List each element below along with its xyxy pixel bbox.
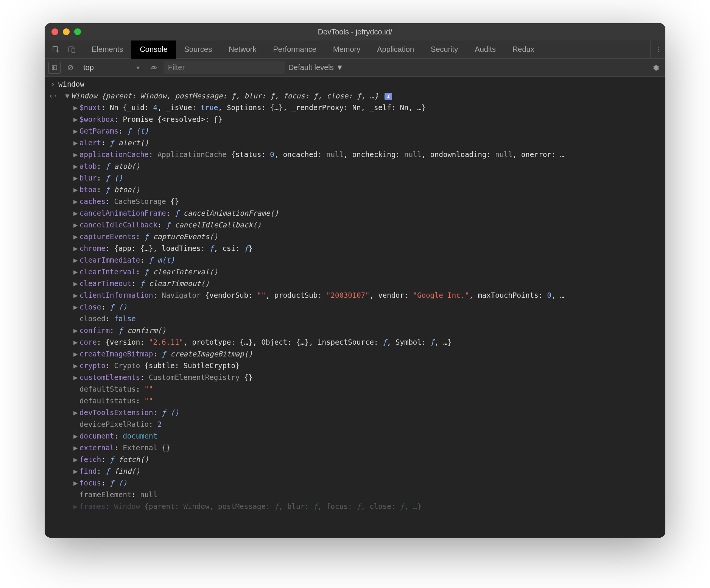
expand-toggle-icon[interactable]: ▶ [73, 348, 79, 360]
object-property-row[interactable]: ▶customElements: CustomElementRegistry {… [58, 372, 662, 383]
live-expression-button[interactable] [148, 62, 160, 74]
console-prompt-icon: › [48, 78, 58, 90]
object-property-row[interactable]: ▶createImageBitmap: ƒ createImageBitmap(… [58, 348, 662, 360]
expand-toggle-icon[interactable]: ▶ [73, 454, 79, 465]
inspect-element-icon[interactable] [49, 43, 63, 56]
object-property-row[interactable]: ▶frames: Window {parent: Window, postMes… [58, 501, 662, 512]
tab-sources[interactable]: Sources [176, 40, 220, 59]
log-levels-select[interactable]: Default levels ▼ [288, 63, 344, 72]
tab-application[interactable]: Application [369, 40, 422, 59]
object-property-row[interactable]: ▶external: External {} [58, 442, 662, 454]
maximize-window-button[interactable] [74, 28, 81, 35]
expand-toggle-icon[interactable]: ▶ [73, 207, 79, 219]
tab-security[interactable]: Security [422, 40, 466, 59]
window-titlebar: DevTools - jefrydco.id/ [45, 23, 665, 40]
chevron-down-icon: ▼ [336, 63, 344, 72]
close-window-button[interactable] [51, 28, 58, 35]
expand-toggle-icon[interactable]: ▶ [73, 301, 79, 313]
tab-memory[interactable]: Memory [325, 40, 369, 59]
console-result-root[interactable]: ▼Window {parent: Window, postMessage: ƒ,… [58, 90, 662, 102]
object-property-row[interactable]: ▶focus: ƒ () [58, 477, 662, 489]
object-property-row[interactable]: ▶alert: ƒ alert() [58, 137, 662, 149]
object-property-row[interactable]: ▶applicationCache: ApplicationCache {sta… [58, 149, 662, 160]
expand-toggle-icon[interactable]: ▶ [73, 102, 79, 114]
execution-context-select[interactable]: top ▼ [80, 63, 144, 72]
expand-toggle-icon[interactable]: ▶ [73, 149, 79, 160]
object-property-row[interactable]: ▶cancelIdleCallback: ƒ cancelIdleCallbac… [58, 219, 662, 231]
object-property-row[interactable]: ▶confirm: ƒ confirm() [58, 325, 662, 336]
filter-input[interactable] [163, 61, 285, 74]
console-settings-button[interactable] [649, 62, 662, 74]
expand-toggle-icon[interactable]: ▶ [73, 278, 79, 289]
chevron-down-icon: ▼ [135, 65, 141, 71]
tab-performance[interactable]: Performance [265, 40, 325, 59]
expand-toggle-icon[interactable]: ▶ [73, 372, 79, 383]
object-property-row[interactable]: defaultstatus: "" [58, 395, 662, 407]
object-property-row[interactable]: ▶blur: ƒ () [58, 172, 662, 184]
object-property-row[interactable]: defaultStatus: "" [58, 383, 662, 395]
expand-toggle-icon[interactable]: ▶ [73, 442, 79, 454]
object-property-row[interactable]: ▶core: {version: "2.6.11", prototype: {…… [58, 336, 662, 348]
expand-toggle-icon[interactable]: ▶ [73, 219, 79, 231]
object-property-row[interactable]: ▶crypto: Crypto {subtle: SubtleCrypto} [58, 360, 662, 372]
expand-toggle-icon[interactable]: ▶ [73, 160, 79, 172]
tab-audits[interactable]: Audits [466, 40, 504, 59]
svg-point-5 [153, 67, 154, 68]
object-property-row[interactable]: ▶close: ƒ () [58, 301, 662, 313]
expand-toggle-icon[interactable]: ▶ [73, 407, 79, 418]
object-property-row[interactable]: ▶caches: CacheStorage {} [58, 196, 662, 207]
tab-console[interactable]: Console [131, 40, 176, 59]
expand-toggle-icon[interactable]: ▶ [73, 430, 79, 442]
expand-toggle-icon[interactable]: ▶ [73, 360, 79, 372]
object-property-row[interactable]: ▶GetParams: ƒ (t) [58, 125, 662, 137]
expand-toggle-icon[interactable]: ▶ [73, 125, 79, 137]
expand-toggle-icon[interactable]: ▶ [73, 184, 79, 196]
expand-toggle-icon[interactable]: ▶ [73, 254, 79, 266]
object-property-row[interactable]: ▶devToolsExtension: ƒ () [58, 407, 662, 418]
svg-rect-2 [72, 48, 75, 53]
object-property-row[interactable]: ▶captureEvents: ƒ captureEvents() [58, 231, 662, 243]
window-title: DevTools - jefrydco.id/ [45, 28, 665, 36]
object-property-row[interactable]: ▶btoa: ƒ btoa() [58, 184, 662, 196]
expand-toggle-icon[interactable]: ▶ [73, 477, 79, 489]
expand-toggle-icon[interactable]: ▶ [73, 336, 79, 348]
object-property-row[interactable]: ▶clearImmediate: ƒ m(t) [58, 254, 662, 266]
tab-elements[interactable]: Elements [83, 40, 131, 59]
devtools-window: DevTools - jefrydco.id/ ElementsConsoleS… [45, 23, 665, 538]
expand-toggle-icon[interactable]: ▶ [73, 137, 79, 149]
info-badge-icon[interactable]: i [385, 93, 392, 100]
object-property-row[interactable]: frameElement: null [58, 489, 662, 501]
toggle-sidebar-button[interactable] [48, 62, 61, 74]
expand-toggle-icon[interactable]: ▶ [73, 196, 79, 207]
expand-toggle-icon[interactable]: ▶ [73, 325, 79, 336]
tab-redux[interactable]: Redux [504, 40, 543, 59]
object-property-row[interactable]: ▶$workbox: Promise {<resolved>: ƒ} [58, 114, 662, 125]
object-property-row[interactable]: ▶clearTimeout: ƒ clearTimeout() [58, 278, 662, 289]
expand-toggle-icon[interactable]: ▶ [73, 501, 79, 512]
console-output[interactable]: › window ‹· ▼Window {parent: Window, pos… [45, 77, 665, 538]
object-property-row[interactable]: ▶cancelAnimationFrame: ƒ cancelAnimation… [58, 207, 662, 219]
object-property-row[interactable]: ▶clientInformation: Navigator {vendorSub… [58, 289, 662, 301]
object-property-row[interactable]: ▶atob: ƒ atob() [58, 160, 662, 172]
expand-toggle-icon[interactable]: ▼ [65, 90, 71, 102]
expand-toggle-icon[interactable]: ▶ [73, 231, 79, 243]
expand-toggle-icon[interactable]: ▶ [73, 114, 79, 125]
object-property-row[interactable]: ▶chrome: {app: {…}, loadTimes: ƒ, csi: ƒ… [58, 243, 662, 254]
expand-toggle-icon[interactable]: ▶ [73, 243, 79, 254]
object-property-row[interactable]: devicePixelRatio: 2 [58, 418, 662, 430]
expand-toggle-icon[interactable]: ▶ [73, 289, 79, 301]
object-property-row[interactable]: ▶document: document [58, 430, 662, 442]
clear-console-button[interactable] [64, 62, 76, 74]
minimize-window-button[interactable] [63, 28, 70, 35]
tab-network[interactable]: Network [220, 40, 265, 59]
object-property-row[interactable]: ▶find: ƒ find() [58, 465, 662, 477]
object-property-row[interactable]: closed: false [58, 313, 662, 325]
expand-toggle-icon[interactable]: ▶ [73, 465, 79, 477]
object-property-row[interactable]: ▶clearInterval: ƒ clearInterval() [58, 266, 662, 278]
more-tabs-button[interactable]: ⋮ [650, 40, 665, 59]
device-toolbar-icon[interactable] [65, 43, 79, 56]
object-property-row[interactable]: ▶fetch: ƒ fetch() [58, 454, 662, 465]
object-property-row[interactable]: ▶$nuxt: Nn {_uid: 4, _isVue: true, $opti… [58, 102, 662, 114]
expand-toggle-icon[interactable]: ▶ [73, 172, 79, 184]
expand-toggle-icon[interactable]: ▶ [73, 266, 79, 278]
